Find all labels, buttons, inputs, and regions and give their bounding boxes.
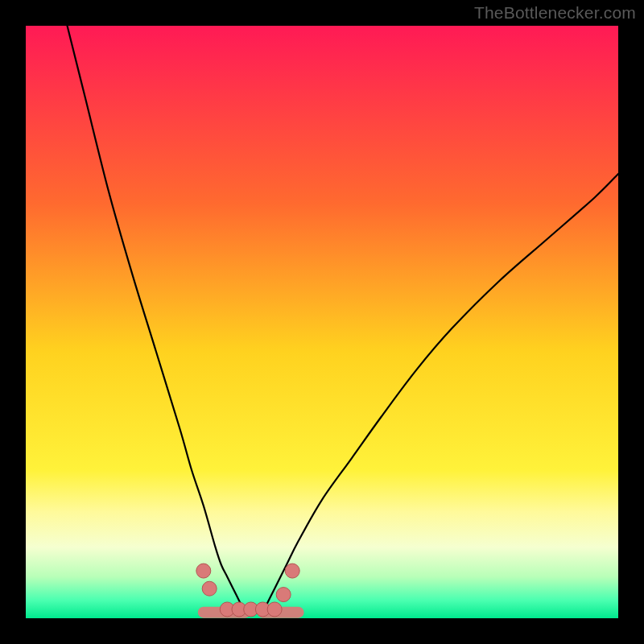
chart-container: TheBottlenecker.com: [0, 0, 644, 644]
flat-marker: [285, 564, 299, 578]
attribution-text: TheBottlenecker.com: [474, 3, 636, 23]
flat-marker: [276, 588, 291, 602]
bottleneck-chart: [0, 0, 644, 644]
flat-marker: [202, 581, 217, 596]
flat-marker: [267, 602, 282, 617]
flat-marker: [196, 564, 211, 578]
plot-area: [26, 26, 618, 618]
